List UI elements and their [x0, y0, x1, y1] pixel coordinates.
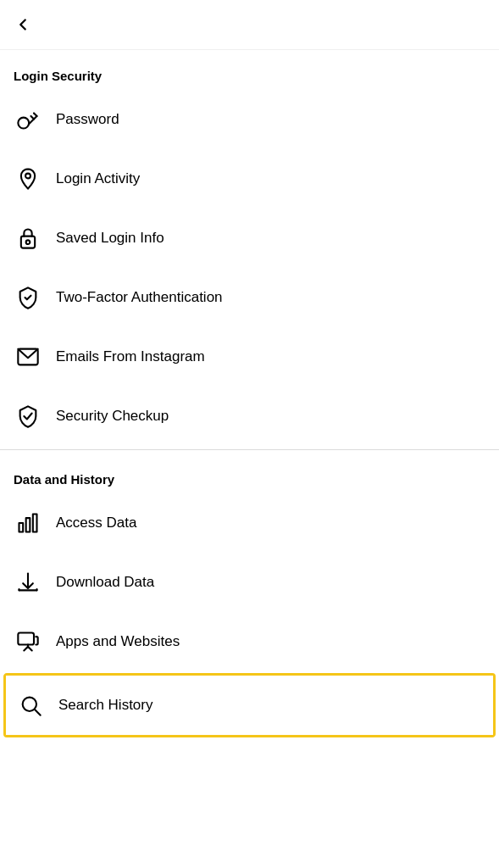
main-content: Login Security Password Login Activity S… — [0, 50, 499, 737]
menu-item-label-access-data: Access Data — [56, 515, 136, 531]
bar-chart-icon — [14, 509, 42, 537]
svg-rect-7 — [33, 515, 37, 532]
shield-check-icon — [14, 283, 42, 312]
menu-item-label-download-data: Download Data — [56, 574, 154, 591]
section-divider — [0, 449, 499, 450]
menu-item-security-checkup[interactable]: Security Checkup — [0, 387, 499, 446]
menu-item-label-login-activity: Login Activity — [56, 170, 140, 187]
svg-point-0 — [18, 118, 29, 129]
monitor-icon — [14, 627, 42, 656]
key-icon — [14, 105, 42, 134]
menu-item-label-saved-login-info: Saved Login Info — [56, 230, 164, 247]
svg-rect-2 — [21, 236, 35, 248]
menu-item-label-apps-and-websites: Apps and Websites — [56, 633, 180, 650]
menu-item-label-password: Password — [56, 111, 119, 128]
menu-item-label-two-factor: Two-Factor Authentication — [56, 289, 223, 306]
section-data-and-history: Data and History Access Data Download Da… — [0, 453, 499, 737]
menu-item-two-factor[interactable]: Two-Factor Authentication — [0, 268, 499, 327]
section-label-data-and-history: Data and History — [0, 453, 499, 493]
shield-tick-icon — [14, 402, 42, 431]
menu-item-search-history[interactable]: Search History — [6, 676, 493, 735]
svg-line-11 — [35, 709, 40, 715]
section-label-login-security: Login Security — [0, 50, 499, 90]
search-icon — [16, 691, 45, 720]
menu-item-password[interactable]: Password — [0, 90, 499, 149]
svg-rect-6 — [26, 518, 30, 531]
menu-item-emails-from-instagram[interactable]: Emails From Instagram — [0, 327, 499, 387]
svg-point-1 — [25, 174, 30, 179]
svg-rect-5 — [19, 523, 24, 532]
menu-item-label-security-checkup: Security Checkup — [56, 408, 169, 425]
section-login-security: Login Security Password Login Activity S… — [0, 50, 499, 446]
menu-item-label-emails-from-instagram: Emails From Instagram — [56, 348, 205, 365]
menu-item-login-activity[interactable]: Login Activity — [0, 149, 499, 209]
svg-rect-8 — [18, 633, 34, 645]
menu-item-label-search-history: Search History — [58, 697, 152, 714]
svg-point-3 — [26, 240, 30, 244]
menu-item-saved-login-info[interactable]: Saved Login Info — [0, 209, 499, 268]
download-icon — [14, 568, 42, 597]
envelope-icon — [14, 342, 42, 371]
menu-item-apps-and-websites[interactable]: Apps and Websites — [0, 612, 499, 671]
back-button[interactable] — [14, 12, 42, 37]
menu-item-download-data[interactable]: Download Data — [0, 553, 499, 612]
keyhole-icon — [14, 224, 42, 253]
location-icon — [14, 164, 42, 193]
menu-item-access-data[interactable]: Access Data — [0, 493, 499, 553]
header — [0, 0, 499, 50]
search-history-highlight: Search History — [3, 673, 496, 737]
